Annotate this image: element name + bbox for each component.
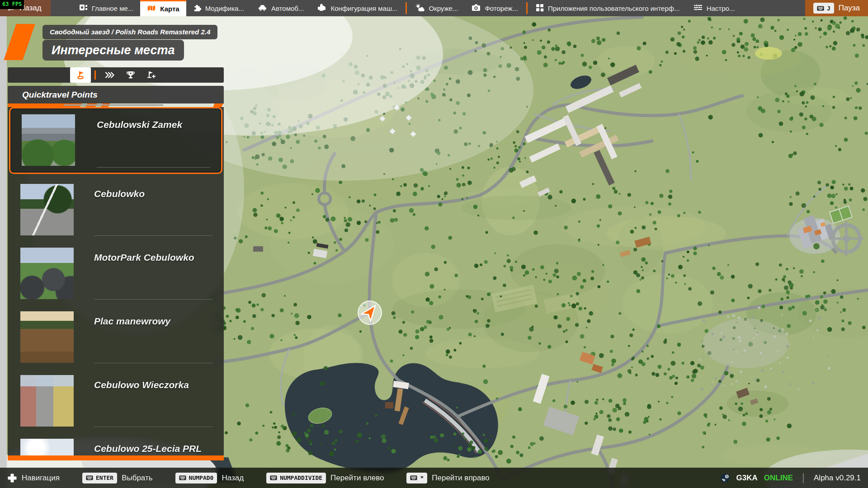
poi-thumbnail <box>22 114 75 166</box>
status-area: G3KA ONLINE Alpha v0.29.1 <box>720 473 861 483</box>
hint-select: ENTER Выбрать <box>82 473 153 483</box>
enter-keycap: ENTER <box>82 473 117 483</box>
game-screen: ← Назад Главное ме... Карта Модифика... … <box>0 0 868 488</box>
status-divider <box>803 473 804 483</box>
poi-thumbnail <box>20 184 74 235</box>
list-item[interactable]: Plac manewrowy <box>8 305 224 368</box>
tab-challenges[interactable] <box>120 67 141 83</box>
tab-environment[interactable]: Окруже... <box>408 0 465 16</box>
panel-scroll-indicator[interactable] <box>8 455 224 460</box>
topbar-divider <box>526 2 528 14</box>
panel-separator <box>8 103 224 107</box>
list-item[interactable]: Cebulowski Zamek <box>9 107 222 174</box>
divider <box>94 427 213 427</box>
numpad0-keycap: NUMPAD0 <box>175 473 217 483</box>
poi-title: Cebulowski Zamek <box>97 119 182 130</box>
tab-vehicles[interactable]: Автомоб... <box>251 0 311 16</box>
chevrons-icon <box>105 71 115 79</box>
vehicle-config-icon <box>317 4 326 13</box>
poi-category-toolbar <box>8 67 224 83</box>
pause-button[interactable]: J Пауза <box>805 0 868 16</box>
quicktravel-list: Cebulowski Zamek Cebulowko MotorPark Ceb… <box>8 107 224 455</box>
hint-back: NUMPAD0 Назад <box>175 473 244 483</box>
main-menu-icon <box>79 4 88 13</box>
topbar-divider <box>406 2 407 14</box>
poi-title: MotorPark Cebulowko <box>94 252 194 263</box>
environment-icon <box>415 4 425 13</box>
ui-apps-icon <box>536 4 544 13</box>
poi-title: Cebulowo 25-Lecia PRL <box>94 443 202 454</box>
tab-mods[interactable]: Модифика... <box>186 0 251 16</box>
keyboard-icon <box>817 6 824 11</box>
tab-quicktravel[interactable] <box>70 67 91 83</box>
top-menu-bar: ← Назад Главное ме... Карта Модифика... … <box>0 0 868 16</box>
toolbar-divider <box>94 70 96 80</box>
tab-ui-apps[interactable]: Приложения пользовательского интерф... <box>529 0 687 16</box>
mods-icon <box>193 4 201 13</box>
fps-counter: 63 FPS <box>0 0 24 9</box>
add-point-icon <box>146 70 156 80</box>
panel-title: Quicktravel Points <box>8 86 224 103</box>
poi-thumbnail <box>20 311 74 363</box>
photo-mode-icon <box>472 4 481 13</box>
hint-go-left: NUMPADDIVIDE Перейти влево <box>266 473 384 483</box>
tab-add-point[interactable] <box>141 67 162 83</box>
list-item[interactable]: Cebulowo Wieczorka <box>8 369 224 432</box>
player-name: G3KA <box>736 474 758 483</box>
hint-navigation: Навигация <box>7 473 60 483</box>
asterisk-keycap: * <box>406 473 427 483</box>
poi-title: Cebulowko <box>94 188 145 199</box>
vehicles-icon <box>258 4 267 13</box>
map-icon <box>147 5 156 13</box>
tab-map[interactable]: Карта <box>140 0 186 16</box>
tab-vehicle-config[interactable]: Конфигурация маш... <box>311 0 404 16</box>
divider <box>94 363 213 363</box>
keyboard-icon <box>410 475 417 480</box>
list-item[interactable]: Cebulowko <box>8 178 224 241</box>
dpad-icon <box>7 473 17 483</box>
tab-missions[interactable] <box>99 67 120 83</box>
breadcrumb: Свободный заезд / Polish Roads Remastere… <box>42 25 217 39</box>
poi-title: Plac manewrowy <box>94 316 170 327</box>
pause-keycap: J <box>813 3 834 14</box>
list-item[interactable]: Cebulowo 25-Lecia PRL <box>8 432 224 455</box>
hint-go-right: * Перейти вправо <box>406 473 489 483</box>
numpaddivide-keycap: NUMPADDIVIDE <box>266 473 326 483</box>
trophy-icon <box>126 70 135 80</box>
steam-icon <box>720 473 730 483</box>
input-hints-bar: Навигация ENTER Выбрать NUMPAD0 Назад NU… <box>0 468 868 488</box>
version-label: Alpha v0.29.1 <box>814 474 861 483</box>
poi-title: Cebulowo Wieczorka <box>94 380 189 390</box>
pond <box>569 73 593 92</box>
divider <box>94 299 213 300</box>
tab-settings[interactable]: Настро... <box>687 0 742 16</box>
player-arrow-icon <box>358 301 382 324</box>
keyboard-icon <box>179 475 186 480</box>
poi-thumbnail <box>20 439 74 455</box>
poi-thumbnail <box>20 375 74 427</box>
keyboard-icon <box>86 475 93 480</box>
list-item[interactable]: MotorPark Cebulowko <box>8 241 224 305</box>
online-badge: ONLINE <box>764 474 793 483</box>
divider <box>94 235 213 236</box>
tab-photo-mode[interactable]: Фотореж... <box>465 0 525 16</box>
divider <box>97 167 210 168</box>
quicktravel-flag-icon <box>75 70 85 80</box>
settings-icon <box>693 4 703 13</box>
tab-main-menu[interactable]: Главное ме... <box>72 0 141 16</box>
page-title: Интересные места <box>42 40 184 61</box>
poi-thumbnail <box>20 248 74 299</box>
soccer-field <box>830 206 852 223</box>
keyboard-icon <box>270 475 277 480</box>
